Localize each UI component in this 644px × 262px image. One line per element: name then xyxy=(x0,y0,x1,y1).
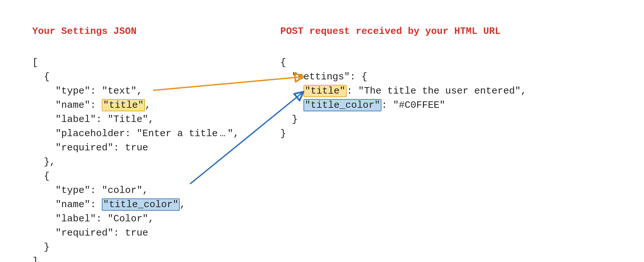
code-line: "label": "Color", xyxy=(32,213,154,224)
highlight-title-color-target: "title_color" xyxy=(303,99,381,111)
code-line: { xyxy=(280,57,286,68)
code-line: "settings": { xyxy=(280,71,367,82)
highlight-title-source: "title" xyxy=(102,99,145,111)
code-text: , xyxy=(180,199,186,210)
code-text: : "#C0FFEE" xyxy=(381,100,445,111)
code-line: [ xyxy=(32,57,38,68)
code-line: "name": xyxy=(32,199,102,210)
code-line: "label": "Title", xyxy=(32,114,154,125)
code-line: ] xyxy=(32,256,38,262)
code-line: }, xyxy=(32,156,55,167)
highlight-title-color-source: "title_color" xyxy=(102,198,180,211)
code-text xyxy=(280,100,303,111)
post-body-code: { "settings": { "title": "The title the … xyxy=(280,41,526,141)
diagram-stage: Your Settings JSON POST request received… xyxy=(0,0,644,262)
code-line: "required": true xyxy=(32,142,148,153)
code-line: } xyxy=(280,128,286,139)
code-line: { xyxy=(32,71,50,82)
code-line: "required": true xyxy=(32,227,148,238)
highlight-title-target: "title" xyxy=(303,85,347,97)
heading-right: POST request received by your HTML URL xyxy=(280,26,501,37)
code-line: } xyxy=(32,242,50,253)
heading-left: Your Settings JSON xyxy=(32,26,137,37)
code-line: } xyxy=(280,114,298,125)
code-line: "type": "text", xyxy=(32,86,142,96)
code-line: "name": xyxy=(32,100,102,111)
code-line: "type": "color", xyxy=(32,185,148,196)
code-text: , xyxy=(145,100,151,111)
settings-json-code: [ { "type": "text", "name": "title", "la… xyxy=(32,41,239,262)
code-text: : "The title the user entered", xyxy=(347,86,526,96)
code-line: "placeholder: "Enter a title … ", xyxy=(32,128,239,139)
code-line: { xyxy=(32,171,50,182)
code-text xyxy=(280,86,303,96)
